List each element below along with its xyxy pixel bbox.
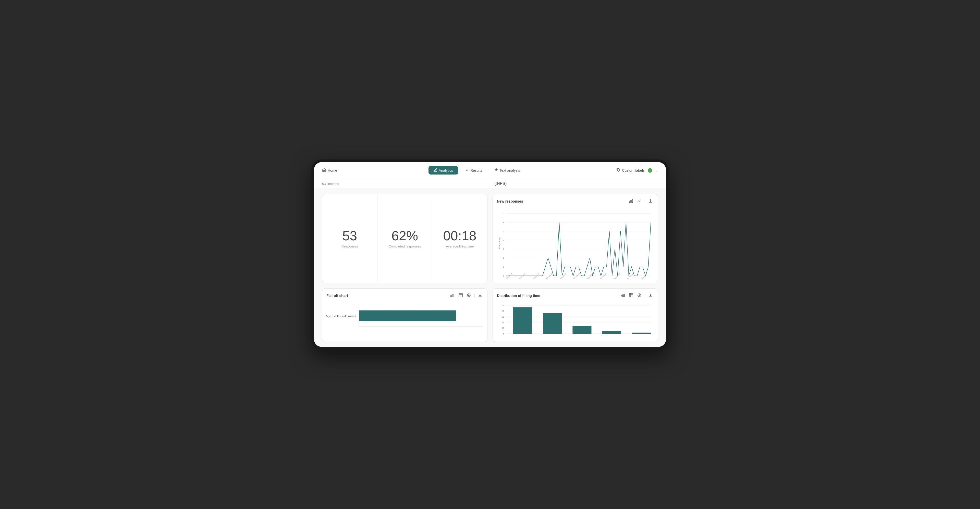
svg-text:20: 20 [502,315,504,318]
distribution-chart-card: Distribution of filling time [493,288,658,342]
completed-label: Completed responses [389,245,421,248]
dist-bar-btn[interactable] [620,293,626,299]
header: Home Analytics [314,162,666,179]
results-icon [465,168,469,172]
svg-rect-41 [452,295,453,297]
svg-rect-2 [436,169,437,172]
bar-chart-btn[interactable] [628,198,634,204]
analytics-label: Analytics [439,169,453,172]
svg-text:2: 2 [503,256,504,259]
svg-text:3: 3 [503,248,504,250]
tag-icon [616,168,620,173]
nav-right: Custom labels ⌄ [616,168,658,173]
home-label: Home [328,169,337,172]
avg-time-label: Average filling time [446,245,474,248]
results-label: Results [470,169,482,172]
svg-text:10: 10 [502,326,504,329]
distribution-chart: 30 25 20 15 10 5 [497,302,654,337]
chevron-down-icon[interactable]: ⌄ [655,169,658,172]
dist-bar-1 [513,307,532,334]
responses-value: 53 [342,229,357,242]
svg-rect-42 [453,294,454,297]
falloff-header: Fall-off chart [326,293,483,299]
custom-labels-btn[interactable]: Custom labels [616,168,645,173]
home-link[interactable]: Home [322,168,337,173]
distribution-title: Distribution of filling time [497,294,540,298]
svg-rect-0 [434,170,434,172]
completed-card: 62% Completed responses [377,194,433,283]
distribution-svg: 30 25 20 15 10 5 [497,302,654,337]
svg-rect-10 [629,201,630,203]
svg-text:1: 1 [503,266,504,268]
svg-text:15: 15 [502,321,504,324]
app-container: Home Analytics [314,162,666,347]
svg-point-62 [638,294,641,297]
falloff-divider: | [474,293,475,298]
falloff-bar-btn[interactable] [449,293,455,299]
bottom-charts-row: Fall-off chart [322,288,658,342]
new-responses-chart: Frequency 7 6 5 [497,207,654,279]
distribution-actions: | [620,293,654,299]
completed-value: 62% [391,229,418,242]
status-indicator [648,168,652,173]
device-frame: Home Analytics [311,159,669,350]
falloff-bar [359,310,456,321]
stats-row: 53 Responses 62% Completed responses 00:… [322,194,487,283]
svg-text:4: 4 [503,239,504,242]
svg-point-9 [617,169,618,169]
svg-rect-11 [631,200,632,203]
falloff-filter-btn[interactable] [466,293,472,299]
new-responses-title: New responses [497,199,523,204]
download-btn[interactable] [648,198,654,204]
avg-time-card: 00:18 Average filling time [432,194,487,283]
svg-text:30: 30 [502,304,504,307]
dist-divider: | [644,293,646,298]
dist-bar-2 [543,313,562,334]
dist-download-btn[interactable] [648,293,654,299]
custom-labels-text: Custom labels [622,169,645,172]
svg-rect-43 [459,293,463,297]
new-responses-svg: Frequency 7 6 5 [497,207,654,279]
svg-text:5: 5 [503,332,504,335]
svg-rect-1 [435,169,436,172]
page-title: (tNPS) [343,181,658,186]
svg-text:7: 7 [503,212,504,215]
dist-filter-btn[interactable] [636,293,642,299]
new-responses-chart-card: New responses [493,194,658,283]
bar-label: Milyen volt a válaszom? [326,314,356,318]
svg-text:0: 0 [503,274,504,277]
text-analysis-icon [495,168,498,172]
text-analysis-label: Text analysis [500,169,520,172]
falloff-table-btn[interactable] [458,293,464,299]
falloff-chart-card: Fall-off chart [322,288,487,342]
falloff-chart: Milyen volt a válaszom? [326,302,483,332]
svg-point-48 [468,295,469,296]
tab-text-analysis[interactable]: Text analysis [490,166,525,175]
tab-analytics[interactable]: Analytics [428,166,458,175]
records-count: 53 Records [322,182,339,186]
dist-bar-5 [632,333,651,334]
svg-rect-12 [632,199,633,203]
svg-rect-55 [621,296,622,297]
analytics-icon [434,168,437,172]
falloff-download-btn[interactable] [477,293,483,299]
main-content: 53 Responses 62% Completed responses 00:… [314,189,666,347]
y-axis-label: Frequency [498,237,501,249]
divider1: | [644,199,646,204]
svg-rect-58 [629,293,633,297]
line-chart-btn[interactable] [636,198,642,204]
home-icon [322,168,326,173]
svg-rect-40 [451,296,452,297]
dist-bar-4 [602,331,621,334]
svg-text:25: 25 [502,310,504,312]
responses-card: 53 Responses [322,194,377,283]
falloff-actions: | [449,293,483,299]
new-responses-actions: | [628,198,654,204]
dist-table-btn[interactable] [628,293,634,299]
distribution-header: Distribution of filling time [497,293,654,299]
sub-header: 53 Records (tNPS) [314,179,666,189]
svg-point-63 [639,295,640,296]
tab-results[interactable]: Results [460,166,487,175]
svg-rect-56 [622,295,623,297]
svg-point-6 [495,169,497,171]
